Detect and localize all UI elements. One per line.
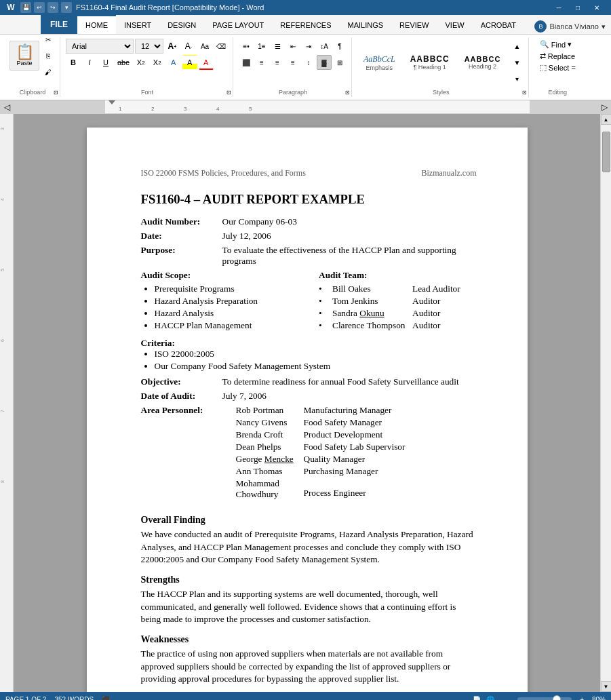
redo-icon[interactable]: ↪	[47, 2, 58, 13]
zoom-slider-track[interactable]	[517, 697, 572, 700]
increase-indent-button[interactable]: ⇥	[301, 39, 316, 54]
style-gallery-down[interactable]: ▼	[509, 55, 524, 70]
tab-acrobat[interactable]: ACROBAT	[473, 15, 524, 34]
paragraph-expand-icon[interactable]: ⊡	[345, 90, 350, 96]
word-icon: W	[5, 2, 16, 13]
p-title-5: Quality Manager	[304, 454, 366, 465]
select-button[interactable]: ⬚ Select =	[537, 62, 578, 73]
team-role-2: Auditor	[412, 296, 440, 307]
save-icon[interactable]: 💾	[20, 2, 31, 13]
style-heading1[interactable]: AABBCC ¶ Heading 1	[404, 45, 456, 80]
minus-icon[interactable]: —	[502, 696, 509, 701]
subscript-button[interactable]: X2	[134, 55, 149, 70]
decrease-indent-button[interactable]: ⇤	[285, 39, 300, 54]
personnel-row-7: MohammadChowdhury Process Engineer	[222, 478, 406, 500]
numbering-button[interactable]: 1≡	[254, 39, 269, 54]
style-heading1-preview: AABBCC	[410, 54, 450, 64]
maximize-button[interactable]: □	[569, 0, 587, 15]
clear-format-button[interactable]: ⌫	[214, 39, 229, 54]
borders-button[interactable]: ⊞	[332, 55, 347, 70]
underline-button[interactable]: U	[98, 55, 113, 70]
zoom-level[interactable]: 80%	[592, 696, 606, 701]
window-title: FS1160-4 Final Audit Report [Compatibili…	[76, 3, 264, 12]
align-left-button[interactable]: ⬛	[239, 55, 254, 70]
grow-font-button[interactable]: A+	[165, 39, 180, 54]
scrollbar-track[interactable]	[601, 125, 612, 681]
align-right-button[interactable]: ≡	[270, 55, 285, 70]
ribbon-tabs: FILE HOME INSERT DESIGN PAGE LAYOUT REFE…	[0, 15, 611, 35]
line-spacing-button[interactable]: ↕	[301, 55, 316, 70]
tab-view[interactable]: VIEW	[437, 15, 473, 34]
document-area[interactable]: ISO 22000 FSMS Policies, Procedures, and…	[14, 114, 600, 692]
audit-team-label: Audit Team:	[319, 270, 477, 281]
font-name-select[interactable]: Arial	[66, 39, 134, 54]
tab-review[interactable]: REVIEW	[391, 15, 437, 34]
ruler-right-btn[interactable]: ▷	[597, 100, 611, 113]
tab-design[interactable]: DESIGN	[159, 15, 204, 34]
find-dropdown-icon[interactable]: ▾	[568, 40, 572, 49]
sort-button[interactable]: ↕A	[317, 39, 332, 54]
bullets-button[interactable]: ≡•	[239, 39, 254, 54]
style-gallery-expand[interactable]: ▾	[509, 71, 524, 86]
scope-item-1: Prerequisite Programs	[155, 284, 299, 294]
scroll-down-button[interactable]: ▼	[601, 681, 612, 692]
undo-icon[interactable]: ↩	[34, 2, 45, 13]
margin-label: 3	[0, 128, 13, 130]
superscript-button[interactable]: X2	[150, 55, 165, 70]
view-web-icon[interactable]: 🌐	[486, 696, 494, 701]
clipboard-expand-icon[interactable]: ⊡	[54, 90, 58, 96]
shrink-font-button[interactable]: A-	[181, 39, 196, 54]
styles-expand-icon[interactable]: ⊡	[522, 90, 527, 96]
header-left: ISO 22000 FSMS Policies, Procedures, and…	[141, 168, 306, 178]
minimize-button[interactable]: ─	[550, 0, 568, 15]
font-label: Font	[141, 89, 153, 96]
show-hide-button[interactable]: ¶	[332, 39, 347, 54]
p-title-3: Product Development	[304, 429, 383, 440]
strikethrough-button[interactable]: abc	[115, 55, 132, 70]
justify-button[interactable]: ≡	[285, 55, 300, 70]
plus-icon[interactable]: +	[580, 696, 584, 701]
audit-scope-col: Audit Scope: Prerequisite Programs Hazar…	[141, 270, 299, 332]
find-button[interactable]: 🔍 Find ▾	[537, 39, 578, 50]
font-expand-icon[interactable]: ⊡	[226, 90, 231, 96]
cut-button[interactable]: ✂	[41, 32, 56, 47]
doc-header: ISO 22000 FSMS Policies, Procedures, and…	[141, 168, 477, 178]
title-bar-left: W 💾 ↩ ↪ ▾ FS1160-4 Final Audit Report [C…	[5, 2, 264, 13]
format-painter-button[interactable]: 🖌	[41, 64, 56, 79]
style-emphasis[interactable]: AaBbCcL Emphasis	[357, 45, 401, 80]
zoom-slider-thumb[interactable]	[553, 695, 561, 700]
font-color-button[interactable]: A	[199, 55, 214, 70]
highlight-button[interactable]: A	[182, 55, 197, 70]
align-center-button[interactable]: ≡	[254, 55, 269, 70]
paste-button[interactable]: 📋 Paste	[9, 41, 39, 71]
ruler-left-btn[interactable]: ◁	[0, 100, 14, 113]
find-label: Find	[551, 41, 566, 49]
tab-file[interactable]: FILE	[41, 15, 77, 34]
scroll-up-button[interactable]: ▲	[601, 114, 612, 125]
close-button[interactable]: ✕	[588, 0, 606, 15]
tab-references[interactable]: REFERENCES	[272, 15, 339, 34]
tab-insert[interactable]: INSERT	[116, 15, 159, 34]
scrollbar-thumb[interactable]	[602, 132, 610, 172]
change-case-button[interactable]: Aa	[197, 39, 212, 54]
more-icon[interactable]: ▾	[61, 2, 72, 13]
text-effects-button[interactable]: A	[166, 55, 181, 70]
tab-page-layout[interactable]: PAGE LAYOUT	[204, 15, 272, 34]
multilevel-list-button[interactable]: ☰	[270, 39, 285, 54]
tab-mailings[interactable]: MAILINGS	[340, 15, 392, 34]
p-name-5: George Mencke	[236, 454, 304, 465]
style-gallery-up[interactable]: ▲	[509, 39, 524, 54]
copy-button[interactable]: ⎘	[41, 48, 56, 63]
italic-button[interactable]: I	[82, 55, 97, 70]
margin-label-6: 8	[0, 480, 13, 483]
tab-home[interactable]: HOME	[77, 15, 116, 34]
style-heading2[interactable]: AABBCC Heading 2	[458, 45, 507, 80]
font-size-select[interactable]: 12	[135, 39, 163, 54]
replace-icon: ⇄	[540, 52, 546, 60]
user-dropdown-icon[interactable]: ▾	[602, 22, 606, 31]
replace-button[interactable]: ⇄ Replace	[537, 50, 578, 62]
view-print-icon[interactable]: 📄	[473, 696, 481, 701]
bold-button[interactable]: B	[66, 55, 81, 70]
shading-button[interactable]: ▓	[317, 55, 332, 70]
team-row-3: • Sandra Okunu Auditor	[319, 308, 477, 319]
